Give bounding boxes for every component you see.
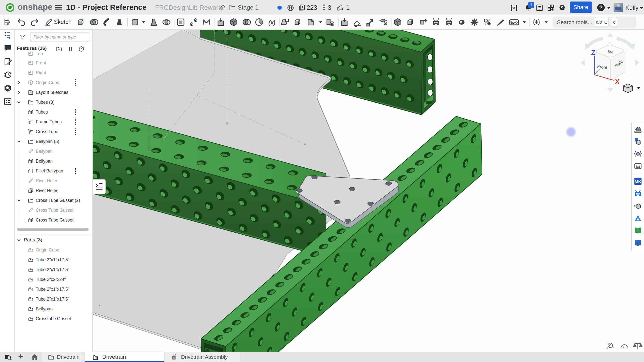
svg-text:X: X — [615, 78, 620, 85]
svg-text:Z: Z — [591, 49, 595, 56]
svg-text:MK: MK — [635, 179, 641, 184]
svg-text:(x): (x) — [636, 165, 640, 168]
svg-text:HELLO: HELLO — [510, 20, 518, 23]
svg-text:(x): (x) — [268, 19, 275, 26]
